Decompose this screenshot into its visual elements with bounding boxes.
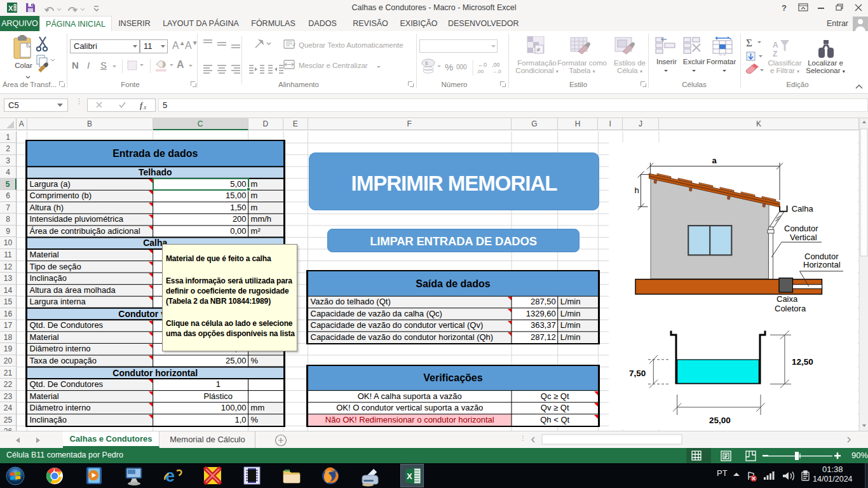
svg-text:Coletora: Coletora	[775, 304, 806, 313]
svg-text:25,00: 25,00	[709, 416, 731, 425]
svg-text:Caixa: Caixa	[776, 294, 798, 304]
svg-text:12,50: 12,50	[792, 357, 813, 367]
svg-text:7,50: 7,50	[629, 369, 646, 378]
svg-text:A: A	[773, 41, 778, 50]
svg-text:Calha: Calha	[792, 204, 814, 214]
svg-text:→,0: →,0	[492, 69, 501, 74]
svg-text:e: e	[165, 466, 175, 485]
svg-text:Σ: Σ	[746, 37, 752, 49]
svg-text:?: ?	[782, 3, 787, 13]
svg-text:←0: ←0	[478, 62, 487, 68]
svg-text:,00: ,00	[492, 62, 500, 68]
svg-text:≠: ≠	[536, 46, 540, 53]
svg-text:Horizontal: Horizontal	[803, 260, 841, 269]
svg-text:Condutor: Condutor	[784, 224, 818, 233]
svg-text:%: %	[445, 62, 453, 72]
svg-text:Vertical: Vertical	[790, 233, 817, 242]
svg-text:Z: Z	[773, 50, 777, 58]
svg-text:,00: ,00	[477, 69, 484, 74]
svg-text:X: X	[407, 471, 412, 481]
svg-text:$: $	[425, 60, 428, 66]
svg-text:h: h	[635, 186, 639, 195]
svg-text:a: a	[712, 156, 717, 165]
svg-text:000: 000	[456, 64, 467, 71]
svg-text:x: x	[143, 104, 147, 111]
